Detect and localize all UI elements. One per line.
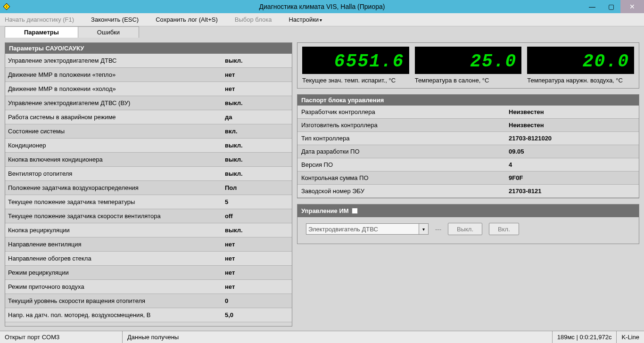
control-im-panel: Управление ИМ ▾ --- Выкл. Вкл. xyxy=(297,204,639,244)
status-bar: Открыт порт COM3 Данные получены 189мс |… xyxy=(0,331,644,343)
param-name: Напр. на датч. пол. моторед. воздухосмещ… xyxy=(8,311,225,318)
passport-value: Неизвестен xyxy=(509,108,544,115)
passport-name: Версия ПО xyxy=(301,161,509,168)
passport-value: 4 xyxy=(509,161,512,168)
led-label: Текущее знач. темп. испарит., °C xyxy=(302,77,409,84)
table-row: Вентилятор отопителявыкл. xyxy=(5,167,292,181)
tab-parameters[interactable]: Параметры xyxy=(5,26,78,38)
param-name: Положение задатчика воздухораспределения xyxy=(8,184,225,191)
menu-start-diagnostics[interactable]: Начать диагностику (F1) xyxy=(5,16,74,23)
table-row: Движение ММР в положении «тепло»нет xyxy=(5,68,292,82)
chevron-down-icon[interactable]: ▾ xyxy=(419,223,429,235)
passport-value: 09.05 xyxy=(509,148,524,155)
param-value: да xyxy=(225,114,232,121)
param-value: 5 xyxy=(225,198,228,205)
param-name: Состояние системы xyxy=(8,128,225,135)
param-name: Направление обогрев стекла xyxy=(8,255,225,262)
control-im-checkbox[interactable] xyxy=(352,208,358,214)
table-row: Движение ММР в положении «холод»нет xyxy=(5,82,292,96)
window-title: Диагностика климата VIS, Halla (Приора) xyxy=(259,3,385,10)
led-value: 20.0 xyxy=(527,47,634,74)
menu-finish[interactable]: Закончить (ESC) xyxy=(91,16,139,23)
param-value: 0 xyxy=(225,297,228,304)
param-value: off xyxy=(225,212,233,220)
control-im-select-input[interactable] xyxy=(306,223,419,235)
maximize-button[interactable]: ▢ xyxy=(602,0,620,13)
table-row: Изготовитель контроллераНеизвестен xyxy=(297,119,639,132)
led-label: Температура наружн. воздуха, °C xyxy=(527,77,634,84)
param-value: нет xyxy=(225,71,235,78)
param-value: нет xyxy=(225,283,235,290)
table-row: Кнопка рециркуляциивыкл. xyxy=(5,223,292,237)
table-row: Текущее положение задатчика температуры5 xyxy=(5,195,292,209)
table-row: Кондиционервыкл. xyxy=(5,139,292,153)
param-name: Движение ММР в положении «холод» xyxy=(8,85,225,92)
menu-save-log[interactable]: Сохранить лог (Alt+S) xyxy=(156,16,218,23)
control-im-on-button[interactable]: Вкл. xyxy=(489,223,519,235)
param-name: Кнопка включения кондиционера xyxy=(8,156,225,163)
table-row: Кнопка включения кондиционеравыкл. xyxy=(5,153,292,167)
tab-errors[interactable]: Ошибки xyxy=(78,26,139,38)
passport-panel: Паспорт блока управления Разработчик кон… xyxy=(297,94,639,198)
param-value: 5,0 xyxy=(225,311,233,318)
table-row: Направление обогрев стекланет xyxy=(5,252,292,266)
app-icon: i xyxy=(2,2,11,11)
parameters-table[interactable]: Управление электродвигателем ДТВСвыкл.Дв… xyxy=(5,54,292,326)
param-name: Работа системы в аварийном режиме xyxy=(8,114,225,121)
param-name: Вентилятор отопителя xyxy=(8,170,225,177)
passport-name: Заводской номер ЭБУ xyxy=(301,188,509,195)
control-im-select[interactable]: ▾ xyxy=(306,223,429,235)
svg-text:i: i xyxy=(6,4,7,9)
parameters-panel: Параметры САУО/САУКУ Управление электрод… xyxy=(5,42,292,327)
table-row: Версия ПО4 xyxy=(297,158,639,172)
table-row: Управление электродвигателем ДТВСвыкл. xyxy=(5,54,292,68)
status-port: Открыт порт COM3 xyxy=(0,331,123,343)
control-im-header: Управление ИМ xyxy=(297,204,639,217)
led-evap-temp: 6551.6 Текущее знач. темп. испарит., °C xyxy=(302,47,409,84)
menu-bar: Начать диагностику (F1) Закончить (ESC) … xyxy=(0,13,644,26)
table-row: Направление вентиляциянет xyxy=(5,237,292,252)
table-row: Состояние системывкл. xyxy=(5,124,292,139)
param-value: выкл. xyxy=(225,142,243,149)
param-name: Текущий уровень скорости вращения отопит… xyxy=(8,297,225,304)
table-row: Текущее положение задатчика скорости вен… xyxy=(5,209,292,223)
passport-name: Тип контроллера xyxy=(301,135,509,142)
table-row: Заводской номер ЭБУ21703-8121 xyxy=(297,185,639,198)
led-cabin-temp: 25.0 Температура в салоне, °C xyxy=(415,47,522,84)
status-protocol: K-Line xyxy=(617,331,644,343)
menu-settings[interactable]: Настройки▾ xyxy=(289,16,322,23)
control-im-status: --- xyxy=(435,226,441,233)
table-row: Положение задатчика воздухораспределения… xyxy=(5,181,292,195)
parameters-header: Параметры САУО/САУКУ xyxy=(5,43,292,54)
table-row: Режим приточного воздуханет xyxy=(5,280,292,294)
param-value: выкл. xyxy=(225,227,243,234)
passport-value: 21703-8121 xyxy=(509,188,541,195)
passport-header: Паспорт блока управления xyxy=(297,95,639,106)
param-value: выкл. xyxy=(225,170,243,177)
table-row: Режим рециркуляциинет xyxy=(5,266,292,280)
table-row: Тип контроллера21703-8121020 xyxy=(297,132,639,145)
passport-table: Разработчик контроллераНеизвестенИзготов… xyxy=(297,106,639,198)
table-row: Текущий уровень скорости вращения отопит… xyxy=(5,294,292,308)
table-row: Дата разработки ПО09.05 xyxy=(297,145,639,158)
table-row: Контрольная сумма ПО9F0F xyxy=(297,172,639,185)
close-button[interactable]: ✕ xyxy=(620,0,644,13)
param-name: Управление электродвигателем ДТВС (ВУ) xyxy=(8,99,225,106)
status-timing: 189мс | 0:0:21,972с xyxy=(553,331,617,343)
passport-name: Дата разработки ПО xyxy=(301,148,509,155)
status-data: Данные получены xyxy=(123,331,553,343)
control-im-off-button[interactable]: Выкл. xyxy=(448,223,482,235)
led-value: 25.0 xyxy=(415,47,522,74)
param-value: Пол xyxy=(225,184,237,191)
param-name: Управление электродвигателем ДТВС xyxy=(8,57,225,64)
minimize-button[interactable]: — xyxy=(583,0,602,13)
led-value: 6551.6 xyxy=(302,47,409,74)
param-name: Текущее положение задатчика скорости вен… xyxy=(8,212,225,220)
param-name: Кондиционер xyxy=(8,142,225,149)
passport-name: Разработчик контроллера xyxy=(301,108,509,115)
led-display-row: 6551.6 Текущее знач. темп. испарит., °C … xyxy=(297,42,639,89)
passport-value: 21703-8121020 xyxy=(509,135,552,142)
param-value: нет xyxy=(225,241,235,248)
passport-value: 9F0F xyxy=(509,174,523,181)
menu-select-block[interactable]: Выбор блока xyxy=(235,16,272,23)
